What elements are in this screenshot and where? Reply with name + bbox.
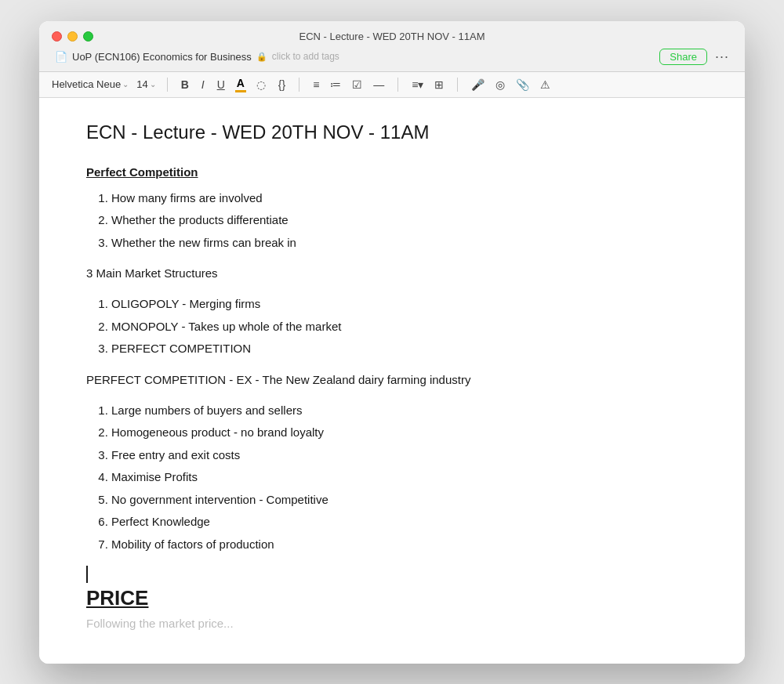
document-title: ECN - Lecture - WED 20TH NOV - 11AM	[86, 121, 698, 143]
share-button[interactable]: Share	[659, 49, 707, 65]
section3-list: Large numbers of buyers and sellers Homo…	[111, 402, 698, 554]
window-title: ECN - Lecture - WED 20TH NOV - 11AM	[299, 31, 485, 42]
title-bar: ECN - Lecture - WED 20TH NOV - 11AM 📄 Uo…	[39, 21, 745, 72]
code-button[interactable]: {}	[276, 77, 288, 92]
font-name-label: Helvetica Neue	[52, 78, 121, 90]
erase-button[interactable]: ◌	[254, 77, 268, 92]
list-item: Maximise Profits	[111, 469, 698, 487]
maximize-button[interactable]	[83, 31, 93, 42]
italic-button[interactable]: I	[199, 77, 207, 92]
content-area[interactable]: ECN - Lecture - WED 20TH NOV - 11AM Perf…	[39, 98, 745, 664]
list-item: Perfect Knowledge	[111, 513, 698, 531]
toolbar-divider-2	[299, 78, 299, 92]
list-item: PERFECT COMPETITION	[111, 340, 698, 358]
breadcrumb-area: 📄 UoP (ECN106) Economics for Business 🔒 …	[55, 51, 339, 63]
traffic-lights	[52, 31, 93, 42]
price-heading: PRICE	[86, 586, 698, 610]
toolbar-divider-1	[167, 78, 168, 92]
paragraph2: PERFECT COMPETITION - EX - The New Zeala…	[86, 371, 698, 389]
font-size-selector[interactable]: 14 ⌄	[136, 78, 155, 90]
breadcrumb-text[interactable]: UoP (ECN106) Economics for Business	[72, 51, 252, 63]
checklist-button[interactable]: ☑	[350, 77, 365, 92]
document-icon: 📄	[55, 51, 67, 63]
list-item: Mobility of factors of production	[111, 536, 698, 554]
close-button[interactable]	[52, 31, 62, 42]
app-window: ECN - Lecture - WED 20TH NOV - 11AM 📄 Uo…	[39, 21, 745, 664]
list-item: Homogeneous product - no brand loyalty	[111, 424, 698, 442]
section1-heading: Perfect Competition	[86, 165, 698, 179]
text-cursor	[86, 566, 88, 583]
toolbar-divider-3	[397, 78, 398, 92]
highlight-color-button[interactable]: A	[235, 77, 246, 92]
toolbar-divider-4	[457, 78, 458, 92]
section1-list: How many firms are involved Whether the …	[111, 190, 698, 252]
list-item: MONOPOLY - Takes up whole of the market	[111, 318, 698, 336]
numbered-list-button[interactable]: ≔	[328, 77, 343, 92]
address-bar-right: Share ···	[659, 49, 729, 65]
address-bar: 📄 UoP (ECN106) Economics for Business 🔒 …	[52, 49, 732, 65]
section2-list: OLIGOPOLY - Merging firms MONOPOLY - Tak…	[111, 295, 698, 358]
font-size-label: 14	[136, 78, 147, 90]
minimize-button[interactable]	[67, 31, 78, 42]
highlight-color-bar	[235, 90, 246, 92]
size-chevron-icon: ⌄	[150, 80, 156, 89]
warning-button[interactable]: ⚠	[538, 77, 553, 92]
attach-button[interactable]: 📎	[514, 77, 532, 92]
faded-line: Following the market price...	[86, 617, 698, 630]
more-options-button[interactable]: ···	[715, 49, 729, 63]
font-selector[interactable]: Helvetica Neue ⌄	[52, 78, 129, 90]
dash-button[interactable]: —	[371, 77, 387, 92]
toolbar: Helvetica Neue ⌄ 14 ⌄ B I U A ◌ {} ≡ ≔ ☑…	[39, 72, 745, 98]
format-tools-group: ≡▾ ⊞	[409, 77, 446, 92]
mic-button[interactable]: 🎤	[469, 77, 487, 92]
list-item: Large numbers of buyers and sellers	[111, 402, 698, 420]
bullet-list-button[interactable]: ≡	[310, 77, 321, 92]
list-item: Whether the new firms can break in	[111, 234, 698, 252]
underline-button[interactable]: U	[215, 77, 227, 92]
insert-tools-group: 🎤 ◎ 📎 ⚠	[469, 77, 553, 92]
font-chevron-icon: ⌄	[122, 80, 129, 89]
highlight-label: A	[237, 77, 245, 89]
lock-icon: 🔒	[256, 52, 267, 62]
list-item: No government intervention - Competitive	[111, 491, 698, 509]
table-button[interactable]: ⊞	[432, 77, 446, 92]
align-button[interactable]: ≡▾	[409, 77, 426, 92]
paragraph1: 3 Main Market Structures	[86, 264, 698, 283]
list-item: How many firms are involved	[111, 190, 698, 208]
add-tags-field[interactable]: click to add tags	[272, 51, 339, 62]
media-button[interactable]: ◎	[493, 77, 507, 92]
list-item: OLIGOPOLY - Merging firms	[111, 295, 698, 313]
list-tools-group: ≡ ≔ ☑ —	[310, 77, 387, 92]
bold-button[interactable]: B	[179, 77, 191, 92]
list-item: Whether the products differentiate	[111, 212, 698, 230]
list-item: Free entry and exit costs	[111, 447, 698, 465]
